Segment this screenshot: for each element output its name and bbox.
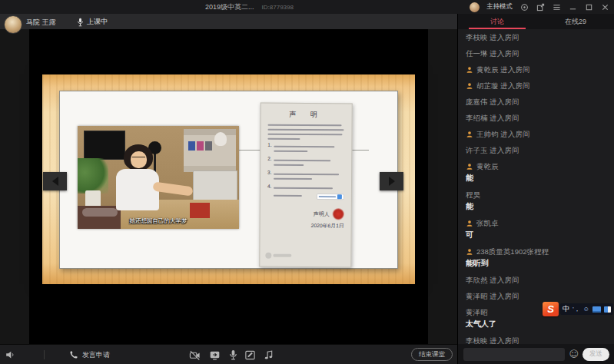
video-watermark <box>82 208 118 217</box>
tv <box>84 131 125 160</box>
record-icon[interactable] <box>519 2 529 12</box>
signer-label: 声明人 <box>314 210 330 218</box>
title-bar: 2019级中英二... ID:8779398 主持模式 <box>0 0 614 14</box>
connector-line <box>351 150 369 151</box>
woman-glasses <box>132 157 145 160</box>
chat-join-message: 王帅钧 进入房间 <box>466 130 607 139</box>
mic-icon[interactable] <box>226 348 240 362</box>
window-title: 2019级中英二... <box>205 2 254 12</box>
maximize-icon[interactable] <box>584 2 593 12</box>
tab-online[interactable]: 在线29 <box>536 14 614 29</box>
chat-join-message: 李绍楠 进入房间 <box>466 114 607 123</box>
avatar[interactable] <box>470 2 480 12</box>
screen-share-icon[interactable] <box>207 348 221 362</box>
statement-paper: 声 明 1. 2. 3. <box>259 103 352 268</box>
chat-input-bar: ☺ 发送 <box>458 344 614 364</box>
prev-slide-arrow[interactable] <box>43 172 67 190</box>
app-window: 2019级中英二... ID:8779398 主持模式 <box>0 0 614 364</box>
statement-item: 1. <box>267 143 344 156</box>
chat-join-message: 李欣然 进入房间 <box>466 276 607 285</box>
presenter-name: 马院 王露 <box>26 18 56 28</box>
member-icon <box>466 131 473 138</box>
chat-join-message: 李枝映 进入房间 <box>466 336 607 344</box>
keyboard-icon[interactable] <box>592 306 601 313</box>
presenter-bar: 马院 王露 上课中 <box>0 14 457 29</box>
chat-message: 黄乾辰 能 <box>466 162 607 183</box>
cat-figure <box>214 132 227 146</box>
tab-bar: 讨论 在线29 <box>458 14 614 29</box>
red-box <box>190 203 210 218</box>
statement-item: 3. <box>267 170 344 184</box>
end-class-button[interactable]: 结束课堂 <box>411 348 453 361</box>
video-stage: 她还想圆自己的大学梦 声 明 1. 2. <box>0 29 457 344</box>
chat-message: 张凯卓 可 <box>466 219 607 240</box>
video-subtitle: 她还想圆自己的大学梦 <box>78 217 239 225</box>
chat-join-message: 庞嘉伟 进入房间 <box>466 98 607 107</box>
close-icon[interactable] <box>600 2 609 12</box>
chat-join-message: 许子玉 进入房间 <box>466 146 607 155</box>
punct-icon[interactable]: ’， <box>573 306 580 313</box>
menu-icon[interactable] <box>552 2 561 12</box>
room-id: ID:8779398 <box>262 4 294 11</box>
skin-icon[interactable] <box>604 306 611 313</box>
printer <box>193 170 237 201</box>
woman-face <box>131 151 147 168</box>
speaker-icon[interactable] <box>3 348 17 362</box>
paper-watermark <box>265 252 291 259</box>
next-slide-arrow[interactable] <box>380 172 403 190</box>
speak-request-button[interactable]: 发言申请 <box>69 348 110 362</box>
member-icon <box>466 66 473 74</box>
member-icon <box>466 82 473 90</box>
chat-join-message: 任一琳 进入房间 <box>466 49 607 58</box>
presenter-avatar[interactable] <box>4 15 22 34</box>
red-seal <box>333 208 344 220</box>
redacted-snippet <box>317 194 344 200</box>
bottom-toolbar: 发言申请 结束课堂 <box>0 344 457 364</box>
ime-mode-chinese[interactable]: 中 <box>563 304 569 314</box>
statement-item: 2. <box>267 157 344 170</box>
chat-list[interactable]: 李枝映 进入房间 任一琳 进入房间 黄乾辰 进入房间 胡芷璇 进入房间 庞嘉伟 … <box>458 29 614 344</box>
chat-join-message: 黄泽昭 进入房间 <box>466 292 607 301</box>
woman-shirt <box>116 169 159 210</box>
chat-message: 程昊 能 <box>466 190 607 211</box>
statement-title: 声 明 <box>268 110 345 121</box>
emoji-icon[interactable]: ☺ <box>569 349 579 359</box>
chat-join-message: 黄乾辰 进入房间 <box>466 65 607 74</box>
mic-icon <box>77 18 84 27</box>
video-frame-photo: 她还想圆自己的大学梦 <box>78 126 239 229</box>
slide-content-panel: 她还想圆自己的大学梦 声 明 1. 2. <box>59 91 398 269</box>
sogou-logo-icon[interactable]: S <box>543 302 559 316</box>
class-status-badge: 上课中 <box>77 17 108 27</box>
slide: 她还想圆自己的大学梦 声 明 1. 2. <box>42 74 415 284</box>
ime-emoji-icon[interactable]: ☺ <box>583 306 589 313</box>
popout-icon[interactable] <box>536 2 545 12</box>
send-button[interactable]: 发送 <box>582 348 609 361</box>
chat-input[interactable] <box>463 348 565 361</box>
tab-discussion[interactable]: 讨论 <box>458 14 536 29</box>
speak-request-label: 发言申请 <box>82 350 110 360</box>
statement-date: 2020年6月1日 <box>267 222 344 230</box>
whiteboard-icon[interactable] <box>243 348 257 362</box>
member-icon <box>466 220 473 227</box>
chat-message: 238质量英1902张程程 能听到 <box>466 247 607 268</box>
statement-item: 4. <box>267 184 344 201</box>
member-icon <box>466 163 473 170</box>
host-mode-label[interactable]: 主持模式 <box>486 2 513 12</box>
plant <box>78 158 108 194</box>
ime-toolbar[interactable]: S 中 ’， ☺ <box>543 302 613 316</box>
camera-off-icon[interactable] <box>188 348 201 362</box>
chat-join-message: 李枝映 进入房间 <box>466 33 607 42</box>
minimize-icon[interactable] <box>568 2 577 12</box>
member-icon <box>466 248 473 256</box>
connector-line <box>238 150 261 151</box>
divider <box>44 350 45 359</box>
chat-join-message: 胡芷璇 进入房间 <box>466 81 607 91</box>
music-icon[interactable] <box>261 348 275 362</box>
title-group: 2019级中英二... ID:8779398 <box>0 2 499 12</box>
phone-icon <box>69 350 78 359</box>
class-status-label: 上课中 <box>87 17 108 27</box>
shelf <box>184 129 236 172</box>
